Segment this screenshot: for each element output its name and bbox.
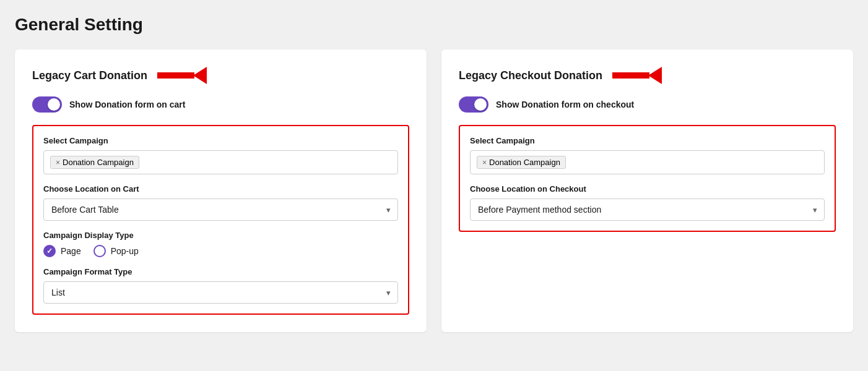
left-arrow-icon	[157, 67, 207, 84]
left-campaign-tag-remove[interactable]: ×	[56, 158, 60, 167]
left-radio-page[interactable]: Page	[43, 245, 81, 257]
left-radio-popup[interactable]: Pop-up	[93, 245, 139, 257]
left-campaign-input[interactable]: × Donation Campaign	[43, 150, 398, 174]
left-format-type-field: Campaign Format Type List Grid ▾	[43, 267, 398, 304]
right-panel-header: Legacy Checkout Donation	[459, 67, 836, 84]
left-radio-popup-circle[interactable]	[93, 245, 106, 257]
left-display-type-field: Campaign Display Type Page Pop-up	[43, 231, 398, 257]
right-section-box: Select Campaign × Donation Campaign Choo…	[459, 125, 836, 232]
left-display-type-label: Campaign Display Type	[43, 231, 398, 240]
left-radio-group: Page Pop-up	[43, 245, 398, 257]
right-campaign-tag: × Donation Campaign	[477, 156, 566, 169]
left-toggle-label: Show Donation form on cart	[69, 100, 185, 109]
right-location-select-wrapper: Before Payment method section After Paym…	[470, 198, 825, 221]
right-arrow-icon	[612, 67, 662, 84]
left-campaign-label: Select Campaign	[43, 136, 398, 145]
right-panel: Legacy Checkout Donation Show Donation f…	[441, 49, 853, 332]
left-panel: Legacy Cart Donation Show Donation form …	[15, 49, 427, 332]
left-radio-page-circle[interactable]	[43, 245, 56, 257]
right-location-field: Choose Location on Checkout Before Payme…	[470, 184, 825, 221]
left-location-label: Choose Location on Cart	[43, 184, 398, 194]
right-toggle-label: Show Donation form on checkout	[496, 100, 634, 109]
left-radio-popup-label: Pop-up	[111, 246, 139, 256]
right-campaign-tag-remove[interactable]: ×	[482, 158, 487, 167]
right-campaign-input[interactable]: × Donation Campaign	[470, 150, 825, 174]
left-campaign-tag-text: Donation Campaign	[63, 158, 134, 167]
left-location-select-wrapper: Before Cart Table After Cart Table ▾	[43, 198, 398, 221]
panels-container: Legacy Cart Donation Show Donation form …	[15, 49, 853, 332]
right-toggle-row: Show Donation form on checkout	[459, 96, 836, 113]
right-campaign-label: Select Campaign	[470, 136, 825, 145]
left-panel-header: Legacy Cart Donation	[32, 67, 409, 84]
left-location-field: Choose Location on Cart Before Cart Tabl…	[43, 184, 398, 221]
right-panel-title: Legacy Checkout Donation	[459, 69, 602, 82]
left-section-box: Select Campaign × Donation Campaign Choo…	[32, 125, 409, 315]
right-location-select[interactable]: Before Payment method section After Paym…	[470, 198, 825, 221]
left-toggle-row: Show Donation form on cart	[32, 96, 409, 113]
left-location-select[interactable]: Before Cart Table After Cart Table	[43, 198, 398, 221]
right-campaign-field: Select Campaign × Donation Campaign	[470, 136, 825, 174]
page-title: General Setting	[15, 15, 853, 35]
left-panel-title: Legacy Cart Donation	[32, 69, 147, 82]
left-format-select[interactable]: List Grid	[43, 281, 398, 304]
left-format-type-label: Campaign Format Type	[43, 267, 398, 276]
left-format-select-wrapper: List Grid ▾	[43, 281, 398, 304]
right-location-label: Choose Location on Checkout	[470, 184, 825, 194]
left-campaign-tag: × Donation Campaign	[50, 156, 139, 169]
right-toggle[interactable]	[459, 96, 488, 113]
left-radio-page-label: Page	[61, 246, 81, 256]
left-toggle[interactable]	[32, 96, 62, 113]
right-campaign-tag-text: Donation Campaign	[489, 158, 560, 167]
left-campaign-field: Select Campaign × Donation Campaign	[43, 136, 398, 174]
